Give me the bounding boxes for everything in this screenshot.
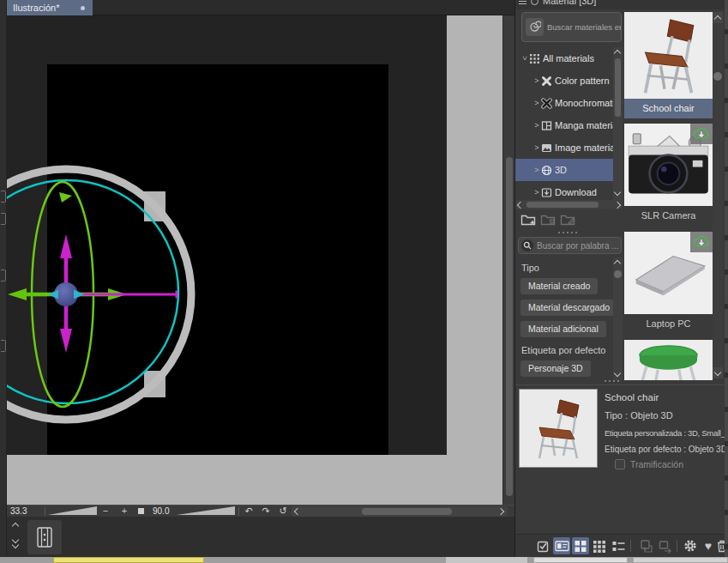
slr-camera-thumbnail[interactable] xyxy=(624,124,713,206)
material-panel-icon xyxy=(531,0,538,5)
object-manipulation-gizmo[interactable] xyxy=(7,15,502,505)
zoom-ramp-slider[interactable] xyxy=(48,506,97,515)
school-chair-thumbnail[interactable] xyxy=(624,12,713,99)
toolbar-sliver-glyph xyxy=(1,191,6,203)
chevron-collapsed-icon[interactable]: > xyxy=(532,99,541,107)
replace-material-icon[interactable] xyxy=(656,537,673,554)
gizmo-y-axis-arrow-up[interactable] xyxy=(60,234,72,258)
material-panel-titlebar: Material [3D] xyxy=(515,0,728,9)
folder-actions-row xyxy=(520,212,623,229)
zoom-in-button[interactable]: + xyxy=(118,505,130,517)
scroll-up-arrow-icon[interactable] xyxy=(614,50,621,57)
tree-scrollbar-thumb[interactable] xyxy=(615,58,621,117)
settings-gear-icon[interactable] xyxy=(682,537,699,554)
material-item-slr-camera[interactable]: SLR Camera xyxy=(624,124,713,226)
gizmo-x-axis-arrow-left[interactable] xyxy=(8,288,27,300)
scroll-up-arrow-icon[interactable] xyxy=(614,260,621,267)
chevron-collapsed-icon[interactable]: > xyxy=(532,166,541,174)
tree-vertical-scrollbar[interactable] xyxy=(613,47,623,200)
tree-item-all-materials[interactable]: > All materials xyxy=(515,47,613,70)
tree-item-monochromatic[interactable]: > Monochromatic xyxy=(515,92,613,114)
materials-scrollbar-thumb[interactable] xyxy=(713,72,722,81)
divider xyxy=(45,507,45,516)
search-assets-button[interactable]: Buscar materiales en ASSETS xyxy=(521,12,622,42)
tramificacion-checkbox[interactable] xyxy=(615,459,625,469)
canvas-bottom-corner xyxy=(7,517,514,556)
material-item-stool[interactable] xyxy=(624,340,713,380)
scroll-right-arrow-icon[interactable] xyxy=(497,508,504,515)
filter-scrollbar-thumb[interactable] xyxy=(614,270,622,278)
filter-material-descargado[interactable]: Material descargado xyxy=(520,300,617,316)
tree-horizontal-scrollbar[interactable] xyxy=(515,200,623,209)
rotate-left-button[interactable]: ↶ xyxy=(243,505,255,517)
laptop-pc-thumbnail[interactable] xyxy=(624,232,713,314)
view-list-icon[interactable] xyxy=(610,537,627,554)
scroll-down-button[interactable] xyxy=(713,367,723,378)
chevron-collapsed-icon[interactable]: > xyxy=(532,121,541,130)
panel-menu-icon[interactable] xyxy=(519,0,526,4)
tree-item-color-pattern[interactable]: > Color pattern xyxy=(515,70,613,92)
favorite-heart-icon[interactable]: ♥ xyxy=(700,537,717,554)
filter-material-adicional[interactable]: Material adicional xyxy=(520,321,606,337)
panel-splitter-handle[interactable] xyxy=(605,380,619,382)
view-detail-icon[interactable] xyxy=(553,537,570,554)
collapse-up-icon[interactable] xyxy=(12,523,19,530)
rotate-right-button[interactable]: ↷ xyxy=(260,505,272,517)
panel-splitter-handle[interactable] xyxy=(558,232,577,233)
edit-folder-icon[interactable] xyxy=(560,212,576,227)
select-materials-icon[interactable] xyxy=(534,537,551,554)
material-label: SLR Camera xyxy=(624,206,713,226)
filter-personaje-3d[interactable]: Personaje 3D xyxy=(520,360,591,377)
gizmo-y-axis-arrow-down[interactable] xyxy=(60,329,72,353)
tree-item-download[interactable]: > Download xyxy=(515,181,613,200)
paste-to-canvas-icon[interactable] xyxy=(637,537,654,554)
filter-vertical-scrollbar[interactable] xyxy=(613,257,623,381)
rotation-value: 90.0 xyxy=(153,506,169,516)
canvas-vertical-scrollbar-thumb[interactable] xyxy=(506,157,513,496)
delete-folder-icon[interactable] xyxy=(540,212,557,227)
expand-down-icon[interactable] xyxy=(12,542,19,548)
chevron-expanded-icon[interactable]: > xyxy=(520,54,529,63)
canvas-horizontal-scrollbar[interactable] xyxy=(292,506,508,517)
document-tab-bar: Ilustración* xyxy=(7,0,514,15)
reset-rotation-button[interactable]: ↺ xyxy=(277,505,289,517)
stool-thumbnail[interactable] xyxy=(624,340,713,380)
canvas-viewport[interactable] xyxy=(7,15,502,505)
document-tab[interactable]: Ilustración* xyxy=(7,0,93,15)
material-panel-toolbar: ♥ xyxy=(515,534,728,557)
filter-material-creado[interactable]: Material creado xyxy=(520,278,598,294)
gizmo-depth-arrow-left[interactable] xyxy=(48,290,58,300)
scroll-left-arrow-icon[interactable] xyxy=(517,202,524,209)
keyword-search-placeholder: Buscar por palabra ... xyxy=(537,241,619,251)
chevron-collapsed-icon[interactable]: > xyxy=(532,76,541,85)
tree-item-manga-material[interactable]: > Manga material xyxy=(515,114,613,136)
tipo-section-label: Tipo xyxy=(521,263,539,273)
rotation-ramp-slider[interactable] xyxy=(177,506,235,515)
tree-item-image-material[interactable]: > Image material xyxy=(515,136,613,159)
fit-view-button[interactable] xyxy=(138,508,144,514)
view-small-thumbnail-icon[interactable] xyxy=(591,537,608,554)
zoom-out-button[interactable]: − xyxy=(99,505,111,517)
materials-vertical-scrollbar[interactable] xyxy=(713,12,723,378)
gizmo-depth-arrow-right[interactable] xyxy=(74,290,84,300)
canvas-vertical-scrollbar[interactable] xyxy=(502,15,514,505)
tree-item-3d[interactable]: > 3D xyxy=(515,159,613,181)
canvas-status-bar: 33.3 − + 90.0 ↶ ↷ ↺ xyxy=(7,505,514,517)
view-large-thumbnail-icon[interactable] xyxy=(572,537,589,554)
material-item-school-chair[interactable]: School chair xyxy=(624,12,713,118)
background-window-strip xyxy=(0,557,728,563)
material-item-laptop-pc[interactable]: Laptop PC xyxy=(624,232,713,334)
new-folder-icon[interactable] xyxy=(520,212,537,227)
chevron-collapsed-icon[interactable]: > xyxy=(532,188,541,197)
scroll-down-arrow-icon[interactable] xyxy=(614,370,621,377)
chevron-collapsed-icon[interactable]: > xyxy=(532,143,541,152)
scroll-left-arrow-icon[interactable] xyxy=(294,508,301,515)
canvas-horizontal-scrollbar-thumb[interactable] xyxy=(362,508,452,515)
scroll-up-button[interactable] xyxy=(713,12,723,23)
tree-hscrollbar-thumb[interactable] xyxy=(526,202,599,208)
docked-panel-edge xyxy=(725,0,728,557)
navigator-button[interactable] xyxy=(27,520,62,554)
scroll-right-arrow-icon[interactable] xyxy=(614,202,621,209)
scroll-down-arrow-icon[interactable] xyxy=(614,189,621,196)
keyword-search-field[interactable]: Buscar por palabra ... xyxy=(518,237,622,254)
